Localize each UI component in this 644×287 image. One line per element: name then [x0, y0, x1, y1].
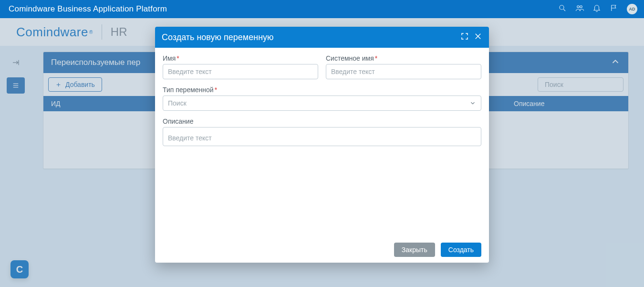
modal-body: Имя* Системное имя* Тип переменной* Поис…: [155, 48, 489, 237]
field-name: Имя*: [163, 54, 318, 79]
app-title: Comindware Business Application Platform: [9, 4, 167, 14]
label-name: Имя*: [163, 54, 318, 62]
modal-header-icons: [460, 32, 482, 43]
close-button[interactable]: Закрыть: [394, 243, 435, 257]
modal-create-variable: Создать новую переменную Имя* Системное …: [155, 27, 489, 263]
topbar-icons: AD: [558, 4, 637, 14]
field-sysname: Системное имя*: [326, 54, 481, 79]
svg-point-0: [560, 5, 564, 10]
avatar[interactable]: AD: [627, 4, 637, 14]
close-icon[interactable]: [474, 32, 482, 43]
label-type-text: Тип переменной: [163, 86, 214, 94]
search-icon[interactable]: [558, 4, 567, 14]
users-icon[interactable]: [575, 4, 584, 14]
create-button[interactable]: Создать: [441, 243, 481, 257]
label-desc: Описание: [163, 117, 481, 125]
field-desc: Описание: [163, 117, 481, 146]
svg-line-1: [563, 9, 565, 11]
modal-title: Создать новую переменную: [162, 32, 274, 43]
maximize-icon[interactable]: [460, 32, 469, 43]
label-type: Тип переменной*: [163, 86, 481, 94]
modal-footer: Закрыть Создать: [155, 237, 489, 263]
label-sysname: Системное имя*: [326, 54, 481, 62]
topbar: Comindware Business Application Platform…: [0, 0, 644, 18]
type-select[interactable]: Поиск: [163, 96, 481, 111]
name-input[interactable]: [163, 64, 318, 79]
chevron-down-icon: [469, 100, 476, 106]
flag-icon[interactable]: [610, 4, 618, 14]
label-name-text: Имя: [163, 54, 176, 62]
svg-point-2: [577, 6, 580, 8]
field-type: Тип переменной* Поиск: [163, 86, 481, 111]
desc-input[interactable]: [163, 127, 481, 146]
svg-point-3: [580, 6, 582, 8]
label-sysname-text: Системное имя: [326, 54, 374, 62]
bell-icon[interactable]: [592, 4, 601, 14]
modal-header: Создать новую переменную: [155, 27, 489, 48]
sysname-input[interactable]: [326, 64, 481, 79]
type-select-placeholder: Поиск: [168, 99, 187, 107]
